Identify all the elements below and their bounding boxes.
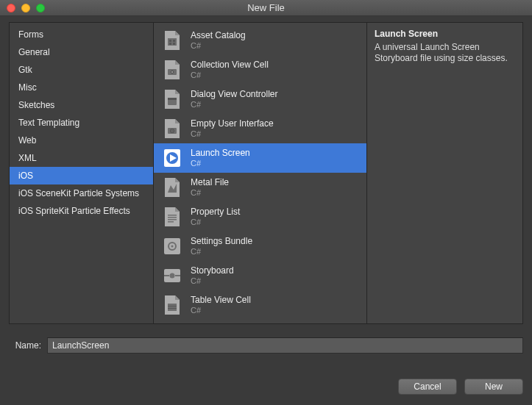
category-item[interactable]: Sketches [10,96,153,114]
template-text: Metal FileC# [191,177,229,198]
template-name: Table View Cell [191,295,251,305]
template-subtitle: C# [191,40,246,51]
template-item[interactable]: Empty User InterfaceC# [154,114,366,143]
category-item[interactable]: Gtk [10,61,153,79]
collection-view-icon [161,58,183,82]
category-label: Misc [18,82,37,93]
template-text: StoryboardC# [191,265,234,286]
category-item[interactable]: iOS SpriteKit Particle Effects [10,202,153,220]
category-item[interactable]: Forms [10,26,153,43]
category-label: Gtk [18,65,32,75]
category-label: Sketches [18,100,54,110]
template-item[interactable]: Settings BundleC# [154,232,366,261]
template-subtitle: C# [191,158,250,168]
template-subtitle: C# [191,217,240,227]
template-subtitle: C# [191,246,252,257]
category-label: General [18,47,50,57]
name-row: Name: [9,337,523,354]
category-label: Web [18,135,36,146]
description-title: Launch Screen [375,29,515,39]
template-subtitle: C# [191,305,251,315]
category-label: XML [18,153,37,163]
template-text: Launch ScreenC# [191,148,250,168]
storyboard-icon [161,264,183,287]
property-list-icon [161,205,183,229]
table-view-icon [161,293,183,317]
category-label: iOS [18,171,33,181]
template-name: Asset Catalog [191,30,246,40]
category-label: iOS SpriteKit Particle Effects [18,206,130,216]
template-name: Empty User Interface [191,118,274,129]
template-item[interactable]: Property ListC# [154,202,366,232]
template-item[interactable]: Launch ScreenC# [154,143,366,173]
template-item[interactable]: StoryboardC# [154,261,366,290]
main-frame: FormsGeneralGtkMiscSketchesText Templati… [9,22,523,324]
template-name: Storyboard [191,265,234,276]
dialog-view-icon [161,87,183,111]
template-name: Collection View Cell [191,60,269,70]
window-controls [0,4,45,12]
template-subtitle: C# [191,99,278,110]
empty-ui-icon [161,117,183,140]
category-item[interactable]: Web [10,132,153,149]
launch-screen-icon [161,146,183,170]
template-subtitle: C# [191,129,274,139]
template-subtitle: C# [191,70,269,80]
template-name: Metal File [191,177,229,187]
description-body: A universal Launch Screen Storyboard fil… [375,42,515,64]
maximize-icon[interactable] [36,4,45,12]
template-item[interactable]: Asset CatalogC# [154,26,366,55]
template-subtitle: C# [191,276,234,286]
category-item[interactable]: General [10,43,153,61]
minimize-icon[interactable] [21,4,30,12]
window-title: New File [0,2,532,13]
category-label: Forms [18,29,43,40]
template-item[interactable]: Table View CellC# [154,290,366,320]
template-text: Dialog View ControllerC# [191,89,278,110]
template-name: Settings Bundle [191,236,252,246]
template-item[interactable]: Collection View CellC# [154,55,366,85]
cancel-button[interactable]: Cancel [398,379,457,395]
template-text: Asset CatalogC# [191,30,246,51]
metal-file-icon [161,176,183,199]
template-name: Launch Screen [191,148,250,158]
titlebar: New File [0,0,532,16]
template-item[interactable]: Dialog View ControllerC# [154,85,366,114]
template-name: Property List [191,207,240,217]
template-text: Property ListC# [191,207,240,227]
category-label: Text Templating [18,118,79,128]
template-name: Dialog View Controller [191,89,278,99]
template-subtitle: C# [191,187,229,198]
category-item[interactable]: iOS [10,167,153,184]
asset-catalog-icon [161,29,183,52]
category-item[interactable]: iOS SceneKit Particle Systems [10,184,153,202]
name-input[interactable] [47,337,523,354]
template-text: Settings BundleC# [191,236,252,257]
category-label: iOS SceneKit Particle Systems [18,188,139,198]
category-item[interactable]: Text Templating [10,114,153,132]
template-text: Empty User InterfaceC# [191,118,274,139]
template-list: Asset CatalogC#Collection View CellC#Dia… [154,23,367,323]
template-text: Table View CellC# [191,295,251,315]
new-button[interactable]: New [464,379,523,395]
category-item[interactable]: Misc [10,79,153,96]
category-list: FormsGeneralGtkMiscSketchesText Templati… [10,23,154,323]
template-item[interactable]: Metal FileC# [154,173,366,202]
button-row: Cancel New [398,379,523,395]
name-label: Name: [9,340,41,351]
settings-bundle-icon [161,234,183,258]
category-item[interactable]: XML [10,149,153,167]
close-icon[interactable] [7,4,15,12]
template-text: Collection View CellC# [191,60,269,80]
description-panel: Launch Screen A universal Launch Screen … [367,23,522,323]
